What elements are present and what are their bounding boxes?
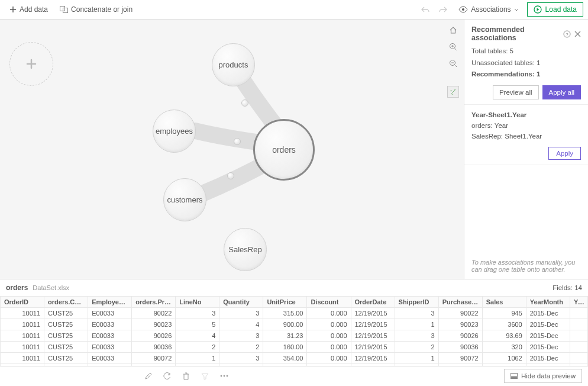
refresh-icon[interactable] bbox=[163, 371, 172, 381]
table-cell: 0.000 bbox=[307, 319, 351, 330]
table-cell: E00033 bbox=[88, 342, 132, 353]
table-cell: 3 bbox=[219, 308, 263, 319]
column-header[interactable]: LineNo bbox=[176, 297, 219, 308]
column-header[interactable]: Sales bbox=[482, 297, 526, 308]
connection-dot[interactable] bbox=[234, 138, 241, 145]
rec-detail: orders: Year bbox=[471, 120, 581, 131]
zoom-out-button[interactable] bbox=[447, 57, 459, 69]
table-row[interactable]: 10011CUST25E000339002233315.000.00012/19… bbox=[1, 308, 588, 319]
table-cell: 945 bbox=[482, 308, 526, 319]
table-cell: 354.00 bbox=[263, 353, 307, 364]
filter-icon[interactable] bbox=[201, 371, 210, 381]
svg-rect-12 bbox=[511, 377, 517, 379]
column-header[interactable]: orders.Cust… bbox=[44, 297, 88, 308]
table-cell: 2015-Dec bbox=[526, 353, 570, 364]
connection-dot[interactable] bbox=[227, 172, 234, 179]
zoom-in-button[interactable] bbox=[447, 41, 459, 53]
table-row[interactable]: 10011CUST25E000339007213354.000.00012/19… bbox=[1, 353, 588, 364]
hide-preview-button[interactable]: Hide data preview bbox=[504, 369, 582, 383]
column-header[interactable]: Quantity bbox=[219, 297, 263, 308]
add-data-label: Add data bbox=[20, 5, 48, 14]
main-area: products employees orders customers Sale… bbox=[0, 20, 588, 279]
home-zoom-button[interactable] bbox=[447, 24, 459, 36]
rec-detail: SalesRep: Sheet1.Year bbox=[471, 131, 581, 141]
column-header[interactable]: UnitPrice bbox=[263, 297, 307, 308]
table-row[interactable]: 10011CUST25E000339002354900.000.00012/19… bbox=[1, 319, 588, 330]
table-row[interactable]: 10011CUST25E000339003622160.000.00012/19… bbox=[1, 342, 588, 353]
table-cell: CUST25 bbox=[44, 308, 88, 319]
svg-point-8 bbox=[220, 375, 222, 377]
table-cell: 0.000 bbox=[307, 308, 351, 319]
column-header[interactable]: OrderID bbox=[1, 297, 44, 308]
table-cell: 3 bbox=[395, 308, 438, 319]
table-cell: 12/19/2015 bbox=[351, 353, 395, 364]
column-header[interactable]: Year bbox=[570, 297, 588, 308]
associations-label: Associations bbox=[471, 5, 511, 14]
table-bubble-salesrep[interactable]: SalesRep bbox=[224, 228, 267, 271]
table-bubble-customers[interactable]: customers bbox=[163, 178, 206, 221]
help-icon[interactable]: ? bbox=[563, 30, 571, 38]
recommendation-card[interactable]: Year-Sheet1.Year orders: Year SalesRep: … bbox=[464, 104, 588, 165]
table-cell: E00033 bbox=[88, 319, 132, 330]
table-cell bbox=[570, 308, 588, 319]
table-cell: E00033 bbox=[88, 330, 132, 342]
table-cell: 320 bbox=[482, 342, 526, 353]
table-cell: 4 bbox=[219, 319, 263, 330]
table-cell: 31.23 bbox=[263, 330, 307, 342]
load-data-button[interactable]: Load data bbox=[527, 2, 583, 17]
table-cell: 0.000 bbox=[307, 330, 351, 342]
table-cell: CUST25 bbox=[44, 342, 88, 353]
svg-point-10 bbox=[226, 375, 228, 377]
column-header[interactable]: PurchasedP… bbox=[438, 297, 482, 308]
preview-file-name: DataSet.xlsx bbox=[33, 284, 69, 291]
table-cell: 90026 bbox=[438, 330, 482, 342]
table-cell: 90026 bbox=[132, 330, 176, 342]
close-icon[interactable] bbox=[574, 31, 581, 37]
table-cell: 12/19/2015 bbox=[351, 308, 395, 319]
column-header[interactable]: ShipperID bbox=[395, 297, 438, 308]
column-header[interactable]: OrderDate bbox=[351, 297, 395, 308]
play-circle-icon bbox=[534, 5, 542, 14]
table-cell: 2 bbox=[395, 342, 438, 353]
collapse-icon bbox=[511, 373, 518, 379]
column-header[interactable]: orders.Prod… bbox=[132, 297, 176, 308]
table-cell bbox=[570, 330, 588, 342]
connection-dot[interactable] bbox=[241, 99, 248, 107]
redo-button[interactable] bbox=[436, 2, 450, 17]
association-canvas[interactable]: products employees orders customers Sale… bbox=[0, 20, 464, 279]
add-data-button[interactable]: Add data bbox=[5, 3, 53, 16]
add-table-bubble[interactable] bbox=[9, 42, 53, 86]
table-bubble-products[interactable]: products bbox=[212, 43, 255, 86]
more-icon[interactable] bbox=[219, 371, 229, 381]
table-bubble-orders[interactable]: orders bbox=[253, 119, 315, 181]
svg-rect-1 bbox=[63, 8, 68, 13]
apply-all-button[interactable]: Apply all bbox=[542, 85, 581, 99]
fields-count: Fields: 14 bbox=[553, 284, 582, 291]
table-cell: 3 bbox=[219, 330, 263, 342]
table-cell: 90022 bbox=[438, 308, 482, 319]
concat-label: Concatenate or join bbox=[71, 5, 133, 14]
table-row[interactable]: 10011CUST25E00033900264331.230.00012/19/… bbox=[1, 330, 588, 342]
table-cell: 5 bbox=[176, 319, 219, 330]
delete-icon[interactable] bbox=[182, 371, 191, 381]
table-cell: 1062 bbox=[482, 353, 526, 364]
concatenate-button[interactable]: Concatenate or join bbox=[55, 3, 137, 16]
panel-title: Recommended associations bbox=[471, 25, 563, 42]
table-bubble-employees[interactable]: employees bbox=[153, 110, 196, 153]
canvas-tools bbox=[447, 24, 459, 98]
column-header[interactable]: EmployeeKey bbox=[88, 297, 132, 308]
edit-icon[interactable] bbox=[144, 371, 153, 381]
column-header[interactable]: Discount bbox=[307, 297, 351, 308]
magic-wand-button[interactable] bbox=[447, 86, 459, 98]
apply-button[interactable]: Apply bbox=[548, 147, 581, 160]
plus-icon bbox=[9, 6, 17, 13]
column-header[interactable]: YearMonth bbox=[526, 297, 570, 308]
table-cell: 3600 bbox=[482, 319, 526, 330]
associations-dropdown[interactable]: Associations bbox=[454, 3, 523, 16]
rec-title: Year-Sheet1.Year bbox=[471, 110, 581, 120]
undo-button[interactable] bbox=[418, 2, 432, 17]
table-cell: 90072 bbox=[132, 353, 176, 364]
preview-all-button[interactable]: Preview all bbox=[493, 85, 539, 99]
table-cell: 2015-Dec bbox=[526, 342, 570, 353]
table-cell: 10011 bbox=[1, 353, 44, 364]
